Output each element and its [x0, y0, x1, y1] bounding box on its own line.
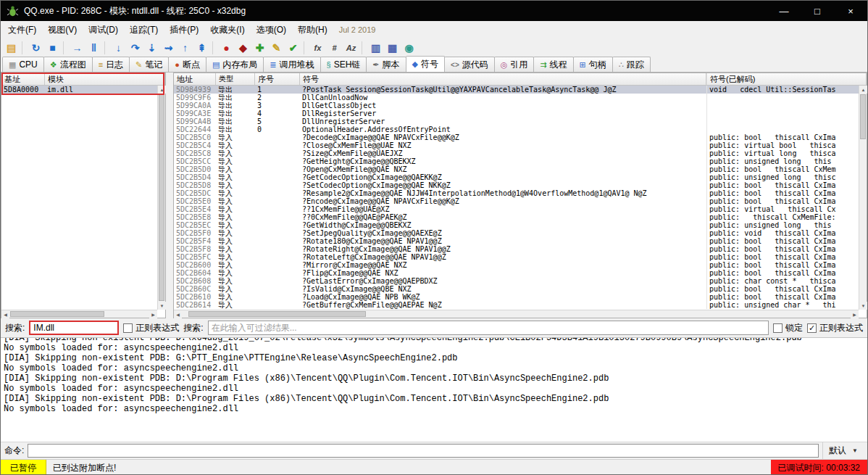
execute-till-return-icon[interactable]: ↑ [177, 40, 193, 55]
strings-icon[interactable]: Az [343, 40, 359, 55]
symbol-row[interactable]: 5D984939导出1?PostTask_Session@SessionTask… [174, 86, 867, 94]
command-profile-dropdown[interactable]: 默认 ▼ [822, 442, 864, 459]
regex-checkbox[interactable] [123, 323, 133, 333]
symbol-row[interactable]: 5DC2B5D0导入?Open@CxMemFile@@QAE_NXZpublic… [174, 165, 867, 173]
menu-item[interactable]: 文件(F) [2, 22, 42, 38]
symbol-row[interactable]: 5D99C9F6导出2DllCanUnloadNow [174, 94, 867, 102]
symbol-row[interactable]: 5DC2B5E0导入?Encode@CxImage@@QAE_NPAVCxFil… [174, 197, 867, 205]
minimize-button[interactable]: — [767, 1, 801, 21]
filter-search-input[interactable] [208, 321, 769, 335]
menu-item[interactable]: 帮助(H) [292, 22, 333, 38]
animate-over-icon[interactable]: ⇝ [160, 40, 177, 55]
symbol-row[interactable]: 5DC2B5F8导入?RotateRight@CxImage@@QAE_NPAV… [174, 245, 867, 253]
symbol-horizontal-scrollbar[interactable]: ◀ ▶ [174, 310, 859, 318]
module-row[interactable]: 5D8A0000im.dll [1, 86, 165, 94]
tab-log[interactable]: ≡日志 [92, 57, 130, 72]
menu-item[interactable]: 选项(O) [251, 22, 292, 38]
symbol-row[interactable]: 5DC22644导出0OptionalHeader.AddressOfEntry… [174, 125, 867, 133]
symbol-row[interactable]: 5DC2B5C8导入?Size@CxMemFile@@UAEJXZpublic:… [174, 149, 867, 157]
run-to-user-code-icon[interactable]: ⇞ [193, 40, 210, 55]
step-over-icon[interactable]: ↷ [127, 40, 143, 55]
step-into-icon[interactable]: ↓ [110, 40, 127, 55]
symbol-row[interactable]: 5DC2B600导入?Mirror@CxImage@@QAE_NXZpublic… [174, 261, 867, 269]
labels-icon[interactable]: # [326, 40, 343, 55]
tab-trace[interactable]: ∴跟踪 [612, 57, 651, 72]
symbol-row[interactable]: 5DC2B5DC导入?Resample2@CxImage@@QAE_NJJW4I… [174, 189, 867, 197]
symbol-row[interactable]: 5DC2B5FC导入?RotateLeft@CxImage@@QAE_NPAV1… [174, 253, 867, 261]
symbol-row[interactable]: 5DC2B5D8导入?SetCodecOption@CxImage@@QAE_N… [174, 181, 867, 189]
symbol-row[interactable]: 5DC2B5E4导入??1CxMemFile@@UAE@XZpublic: vi… [174, 205, 867, 213]
regex2-checkbox[interactable]: ✓ [807, 323, 817, 333]
scrollbar-thumb[interactable] [860, 94, 866, 139]
symbol-row[interactable]: 5DC2B5EC导入?GetWidth@CxImage@@QBEKXZpubli… [174, 221, 867, 229]
scroll-down-icon[interactable]: ▼ [158, 302, 166, 310]
tab-source[interactable]: <>源代码 [444, 57, 495, 72]
menu-item[interactable]: 插件(P) [164, 22, 204, 38]
memory-map-icon[interactable]: ▥ [367, 40, 384, 55]
symbol-row[interactable]: 5DC2B5D4导入?GetCodecOption@CxImage@@QAEKK… [174, 173, 867, 181]
pause-icon[interactable]: ‖ [85, 40, 102, 55]
restart-icon[interactable]: ↻ [28, 40, 44, 55]
module-column-header[interactable]: 模块 [45, 73, 165, 85]
symbol-column-header[interactable]: 类型 [216, 73, 255, 85]
symbol-row[interactable]: 5DC2B608导入?GetLastError@CxImage@@QAEPBDX… [174, 277, 867, 285]
stop-icon[interactable]: ■ [44, 40, 61, 55]
tab-cpu[interactable]: ▦CPU [2, 57, 44, 72]
patches-icon[interactable]: ✚ [251, 40, 268, 55]
tab-graph[interactable]: ❖流程图 [43, 57, 93, 72]
settings-icon[interactable]: ◉ [401, 40, 417, 55]
tab-references[interactable]: ◎引用 [494, 57, 535, 72]
scroll-right-icon[interactable]: ▶ [851, 310, 859, 318]
tab-handles[interactable]: ⊞句柄 [573, 57, 613, 72]
hardware-breakpoint-icon[interactable]: ◆ [235, 40, 251, 55]
scroll-left-icon[interactable]: ◀ [174, 310, 182, 318]
open-file-icon[interactable]: ▤ [3, 40, 20, 55]
symbol-row[interactable]: 5DC2B5F4导入?Rotate180@CxImage@@QAE_NPAV1@… [174, 237, 867, 245]
symbol-row[interactable]: 5DC2B60C导入?IsValid@CxImage@@QBE_NXZpubli… [174, 285, 867, 293]
command-input[interactable] [28, 444, 819, 458]
scroll-right-icon[interactable]: ▶ [149, 310, 157, 318]
tab-script[interactable]: ✒脚本 [366, 57, 406, 72]
module-vertical-scrollbar[interactable]: ▲ ▼ [157, 86, 165, 310]
symbol-row[interactable]: 5DC2B5CC导入?GetHeight@CxImage@@QBEKXZpubl… [174, 157, 867, 165]
symbol-row[interactable]: 5DC2B610导入?Load@CxImage@@QAE_NPB_WK@Zpub… [174, 293, 867, 301]
scroll-down-icon[interactable]: ▼ [859, 302, 867, 310]
run-icon[interactable]: → [69, 40, 85, 55]
symbol-vertical-scrollbar[interactable]: ▲ ▼ [859, 86, 867, 310]
breakpoints-icon[interactable]: ● [218, 40, 235, 55]
scrollbar-thumb[interactable] [188, 311, 366, 317]
symbol-row[interactable]: 5DC2B5C0导入?Decode@CxImage@@QAE_NPAVCxFil… [174, 133, 867, 141]
lock-checkbox[interactable] [773, 323, 783, 333]
tab-seh[interactable]: §SEH链 [320, 57, 367, 72]
symbol-row[interactable]: 5DC2B5E8导入??0CxMemFile@@QAE@PAEK@Zpublic… [174, 213, 867, 221]
close-button[interactable]: × [834, 1, 867, 21]
log-view[interactable]: [DIA] Skipping non-existent PDB: D:\x64d… [1, 337, 867, 442]
modules-icon[interactable]: ▦ [384, 40, 401, 55]
tab-notes[interactable]: ✎笔记 [129, 57, 169, 72]
symbol-column-header[interactable]: 地址 [174, 73, 216, 85]
menu-item[interactable]: 视图(V) [42, 22, 83, 38]
tab-memory-map[interactable]: ▤内存布局 [206, 57, 264, 72]
symbol-row[interactable]: 5D99CA4B导出5DllUnregisterServer [174, 117, 867, 125]
tab-breakpoints[interactable]: ●断点 [168, 57, 206, 72]
scroll-up-icon[interactable]: ▲ [158, 86, 166, 94]
symbol-row[interactable]: 5D99CA3E导出4DllRegisterServer [174, 110, 867, 117]
menu-item[interactable]: 调试(D) [83, 22, 124, 38]
symbol-column-header[interactable]: 符号(已解码) [706, 73, 867, 85]
animate-into-icon[interactable]: ⇣ [143, 40, 160, 55]
tab-symbols[interactable]: ◆符号 [406, 56, 445, 72]
module-horizontal-scrollbar[interactable]: ◀ ▶ [1, 310, 157, 318]
maximize-button[interactable]: □ [801, 1, 834, 21]
symbol-row[interactable]: 5DC2B5F0导入?SetJpegQuality@CxImage@@QAEXE… [174, 229, 867, 237]
symbol-row[interactable]: 5DC2B614导入?GetBuffer@CxMemFile@@QAEPAE_N… [174, 301, 867, 309]
scroll-up-icon[interactable]: ▲ [859, 86, 867, 94]
scrollbar-thumb[interactable] [10, 311, 104, 317]
symbol-row[interactable]: 5DC2B604导入?Flip@CxImage@@QAE_NXZpublic: … [174, 269, 867, 277]
symbol-row[interactable]: 5DC2B5C4导入?Close@CxMemFile@@UAE_NXZpubli… [174, 141, 867, 149]
scrollbar-thumb[interactable] [159, 94, 164, 301]
functions-icon[interactable]: fx [309, 40, 326, 55]
tab-call-stack[interactable]: ≣调用堆栈 [263, 57, 320, 72]
scroll-left-icon[interactable]: ◀ [1, 310, 9, 318]
module-column-header[interactable]: 基址 [1, 73, 45, 85]
comments-icon[interactable]: ✎ [268, 40, 285, 55]
